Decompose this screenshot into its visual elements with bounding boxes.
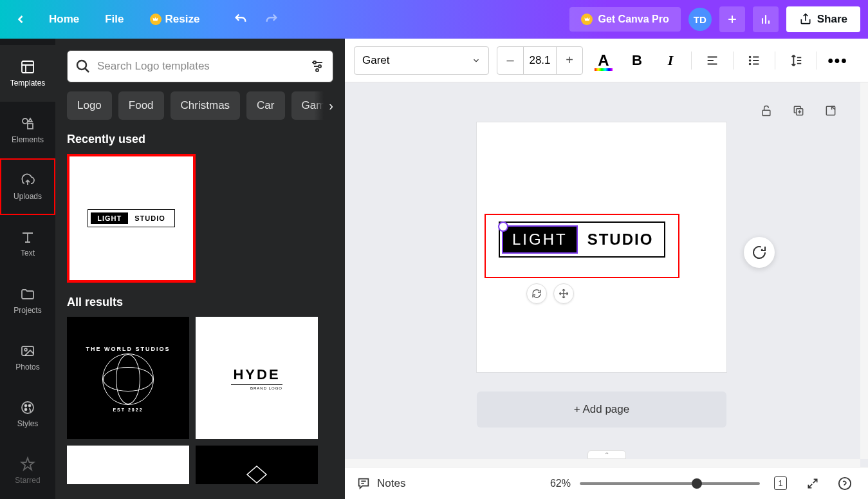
template-card[interactable]: HYDE BRAND LOGO — [196, 317, 318, 439]
svg-point-12 — [316, 69, 319, 71]
svg-point-9 — [77, 61, 86, 70]
svg-point-13 — [750, 56, 751, 57]
share-button[interactable]: Share — [786, 6, 860, 32]
font-size-input[interactable] — [523, 47, 557, 74]
logo-frame: LIGHT STUDIO — [499, 221, 665, 258]
search-input[interactable] — [97, 60, 303, 73]
template-card[interactable]: THE WORLD STUDIOS EST 2022 — [67, 317, 189, 439]
spacing-button[interactable] — [783, 48, 809, 73]
rail-label: Projects — [14, 306, 41, 315]
logo-text-studio: STUDIO — [128, 212, 172, 224]
filter-button[interactable] — [309, 59, 325, 74]
photos-icon — [20, 343, 35, 359]
rail-label: Styles — [17, 419, 39, 428]
home-menu[interactable]: Home — [39, 8, 89, 31]
elements-icon — [20, 116, 35, 131]
add-page-button[interactable]: + Add page — [477, 391, 726, 428]
help-button[interactable] — [833, 472, 856, 495]
notes-label: Notes — [377, 477, 405, 490]
font-selector[interactable]: Garet — [354, 46, 489, 75]
template-text: THE WORLD STUDIOS — [86, 346, 171, 352]
lock-page-button[interactable] — [756, 100, 777, 121]
rail-projects[interactable]: Projects — [0, 272, 55, 329]
rail-styles[interactable]: Styles — [0, 386, 55, 442]
text-element-selected[interactable]: LIGHT — [502, 225, 578, 254]
uploads-icon — [20, 173, 35, 188]
rail-label: Photos — [15, 362, 39, 372]
open-page-button[interactable] — [820, 100, 841, 121]
chip-food[interactable]: Food — [118, 91, 164, 120]
resize-label: Resize — [165, 13, 200, 26]
create-design-button[interactable] — [719, 6, 745, 32]
chip-christmas[interactable]: Christmas — [171, 91, 241, 120]
template-text: EST 2022 — [113, 408, 143, 412]
template-card[interactable] — [196, 446, 318, 484]
redo-button[interactable] — [259, 6, 284, 32]
fullscreen-button[interactable] — [801, 472, 824, 495]
design-page[interactable]: LIGHT STUDIO — [477, 122, 726, 372]
diamond-icon — [244, 465, 270, 484]
italic-button[interactable]: I — [658, 48, 683, 73]
color-spectrum-icon — [595, 68, 613, 71]
rail-text[interactable]: Text — [0, 215, 55, 272]
nav-left: Home File Resize — [8, 6, 284, 32]
page-count-button[interactable]: 1 — [769, 472, 792, 495]
canvas-workspace[interactable]: LIGHT STUDIO + Add page — [345, 82, 868, 467]
file-menu[interactable]: File — [95, 8, 134, 31]
svg-point-4 — [24, 348, 27, 351]
get-pro-button[interactable]: Get Canva Pro — [569, 7, 680, 32]
page-list-toggle[interactable]: ⌃ — [587, 450, 626, 459]
list-button[interactable] — [741, 48, 767, 73]
chip-logo[interactable]: Logo — [67, 91, 112, 120]
bold-button[interactable]: B — [624, 48, 650, 73]
font-name: Garet — [362, 54, 390, 67]
svg-point-10 — [313, 61, 316, 64]
undo-button[interactable] — [228, 6, 254, 32]
ai-assist-button[interactable] — [744, 237, 775, 268]
rail-label: Starred — [15, 476, 40, 485]
notes-button[interactable]: Notes — [356, 476, 405, 491]
zoom-slider[interactable] — [580, 482, 760, 485]
rail-elements[interactable]: Elements — [0, 102, 55, 158]
back-button[interactable] — [8, 6, 33, 32]
all-results-heading: All results — [67, 296, 333, 309]
text-color-button[interactable]: A — [591, 48, 616, 73]
insights-button[interactable] — [753, 6, 779, 32]
zoom-percentage[interactable]: 62% — [550, 478, 571, 489]
svg-point-5 — [22, 402, 33, 413]
svg-point-14 — [750, 60, 751, 61]
duplicate-page-button[interactable] — [788, 100, 809, 121]
user-avatar[interactable]: TD — [688, 8, 712, 31]
rail-photos[interactable]: Photos — [0, 329, 55, 386]
alignment-button[interactable] — [699, 48, 725, 73]
vertical-scrollbar[interactable] — [860, 82, 868, 459]
templates-panel: Logo Food Christmas Car Gamin › Recently… — [55, 39, 345, 499]
rail-uploads[interactable]: Uploads — [0, 158, 55, 215]
search-icon — [75, 59, 91, 74]
resize-menu[interactable]: Resize — [140, 8, 210, 31]
text-light: LIGHT — [512, 231, 568, 248]
pro-label: Get Canva Pro — [598, 14, 669, 25]
chip-car[interactable]: Car — [246, 91, 284, 120]
rotate-button[interactable] — [526, 283, 547, 304]
svg-rect-16 — [762, 110, 770, 115]
move-button[interactable] — [553, 283, 574, 304]
rail-templates[interactable]: Templates — [0, 45, 55, 102]
main-layout: Templates Elements Uploads Text Projects — [0, 39, 868, 499]
toolbar-divider — [691, 52, 692, 70]
rail-starred[interactable]: Starred — [0, 442, 55, 499]
crown-icon — [150, 14, 162, 25]
zoom-slider-thumb[interactable] — [692, 478, 702, 489]
selection-box[interactable]: LIGHT STUDIO — [485, 214, 679, 278]
decrease-size-button[interactable]: – — [497, 47, 523, 74]
text-toolbar: Garet – + A B I — [345, 39, 868, 82]
more-options-button[interactable]: ••• — [825, 48, 851, 73]
recent-template-card[interactable]: LIGHT STUDIO — [67, 154, 196, 283]
chips-scroll-right[interactable]: › — [314, 91, 333, 120]
increase-size-button[interactable]: + — [557, 47, 582, 74]
svg-rect-0 — [22, 61, 33, 73]
svg-point-7 — [29, 404, 31, 406]
floating-element-tools — [526, 283, 574, 304]
template-card[interactable] — [67, 446, 189, 484]
horizontal-scrollbar[interactable] — [345, 459, 860, 467]
